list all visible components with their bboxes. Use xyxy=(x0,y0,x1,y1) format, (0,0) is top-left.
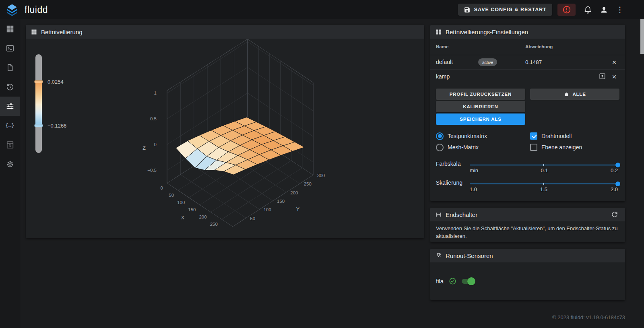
runout-card-header: Runout-Sensoren xyxy=(430,249,625,262)
slider-tick-label: 1.0 xyxy=(470,186,477,192)
svg-text:0.5: 0.5 xyxy=(150,116,157,121)
load-profile-icon xyxy=(599,72,606,80)
svg-text:150: 150 xyxy=(277,199,285,204)
slider-thumb[interactable] xyxy=(615,163,620,167)
slider-tick-label: 1.5 xyxy=(540,186,547,192)
load-profile-button[interactable] xyxy=(599,72,607,81)
sensor-row: fila xyxy=(436,277,475,285)
svg-text:50: 50 xyxy=(169,193,174,198)
save-icon xyxy=(464,6,471,13)
svg-text:200: 200 xyxy=(290,190,298,195)
runout-sensor-icon xyxy=(435,252,442,259)
sidebar-item-tune[interactable] xyxy=(0,97,20,116)
braces-icon: {…} xyxy=(6,123,14,128)
svg-text:250: 250 xyxy=(304,182,312,186)
save-config-restart-button[interactable]: SAVE CONFIG & RESTART xyxy=(458,4,552,16)
svg-text:50: 50 xyxy=(250,216,255,221)
slider-label: Farbskala xyxy=(436,161,460,167)
svg-text:100: 100 xyxy=(177,200,185,205)
bell-icon xyxy=(584,6,592,14)
sidebar-item-history[interactable] xyxy=(0,77,20,97)
bedmesh-card: Bettnivellierung 0.0254 −0.1266 10.50−0.… xyxy=(26,25,424,238)
table-row[interactable]: default active 0.1487 × xyxy=(430,55,625,70)
column-header-name: Name xyxy=(436,44,448,49)
slider-tick xyxy=(543,164,544,166)
scale-slider[interactable] xyxy=(470,181,618,187)
calibrate-button[interactable]: KALIBRIEREN xyxy=(436,101,525,112)
reset-profile-button[interactable]: PROFIL ZURÜCKSETZEN xyxy=(436,89,525,100)
svg-text:250: 250 xyxy=(210,222,218,227)
svg-text:0: 0 xyxy=(161,186,163,190)
profiles-table-header: Name Abweichung xyxy=(430,39,625,55)
sidebar-item-console[interactable] xyxy=(0,39,20,58)
app-title: fluidd xyxy=(25,4,48,15)
svg-text:100: 100 xyxy=(264,207,271,212)
slider-thumb[interactable] xyxy=(615,182,620,186)
checkbox-wireframe[interactable]: Drahtmodell xyxy=(530,131,572,141)
calibrate-label: KALIBRIEREN xyxy=(463,104,498,109)
fluidd-logo-icon xyxy=(5,3,19,17)
settings-card-title: Bettnivellierungs-Einstellungen xyxy=(446,29,528,35)
kebab-icon: ⋮ xyxy=(616,6,624,14)
radio-icon xyxy=(436,144,444,151)
emergency-stop-button[interactable] xyxy=(557,4,576,16)
table-row[interactable]: kamp × xyxy=(430,70,625,83)
status-badge: active xyxy=(478,58,497,66)
bedmesh-plot-area: 0.0254 −0.1266 10.50−0.50501001502002505… xyxy=(26,39,424,238)
save-config-label: SAVE CONFIG & RESTART xyxy=(474,7,547,12)
svg-text:200: 200 xyxy=(199,215,206,219)
profile-name: kamp xyxy=(436,73,450,80)
slider-tick-label: min xyxy=(470,167,478,173)
refresh-endstops-button[interactable] xyxy=(609,209,620,220)
reset-profile-label: PROFIL ZURÜCKSETZEN xyxy=(450,92,512,97)
bedmesh-card-title: Bettnivellierung xyxy=(41,29,83,35)
appbar: fluidd SAVE CONFIG & RESTART ⋮ xyxy=(0,0,644,19)
notifications-button[interactable] xyxy=(580,2,595,17)
profile-name: default xyxy=(436,59,453,65)
home-all-button[interactable]: ALLE xyxy=(530,89,619,100)
overflow-menu-button[interactable]: ⋮ xyxy=(613,2,627,17)
checkbox-show-flat-plane[interactable]: Ebene anzeigen xyxy=(530,142,582,152)
endstops-message: Verwenden Sie die Schaltfläche "Aktualis… xyxy=(430,221,625,244)
scrollbar-thumb[interactable] xyxy=(640,19,644,54)
tune-icon xyxy=(6,102,14,111)
user-button[interactable] xyxy=(597,2,611,17)
runout-sensors-card: Runout-Sensoren fila xyxy=(430,249,625,300)
settings-card-header: Bettnivellierungs-Einstellungen xyxy=(430,25,625,39)
delete-profile-button[interactable]: × xyxy=(609,57,620,68)
sidebar-item-settings[interactable] xyxy=(0,155,20,174)
svg-text:Y: Y xyxy=(296,206,300,212)
grid-icon xyxy=(435,29,442,35)
radio-probed-matrix[interactable]: Testpunktmatrix xyxy=(436,131,487,141)
home-icon xyxy=(564,91,570,97)
radio-label: Mesh-Matrix xyxy=(448,144,479,151)
sidebar-item-dashboard[interactable] xyxy=(0,19,20,39)
save-as-button[interactable]: SPEICHERN ALS xyxy=(436,113,525,125)
save-as-label: SPEICHERN ALS xyxy=(460,117,501,122)
checkbox-icon xyxy=(530,144,537,151)
main-content: Bettnivellierung 0.0254 −0.1266 10.50−0.… xyxy=(20,19,644,328)
sidebar: {…} xyxy=(0,19,20,328)
runout-card-title: Runout-Sensoren xyxy=(446,252,493,259)
sidebar-item-jobs[interactable] xyxy=(0,58,20,77)
endstops-card-header: Endschalter xyxy=(430,208,625,221)
delete-profile-button[interactable]: × xyxy=(609,71,620,83)
sidebar-item-printer[interactable] xyxy=(0,135,20,155)
document-icon xyxy=(6,63,14,72)
slider-tick-label: 2.0 xyxy=(611,186,618,192)
svg-text:300: 300 xyxy=(317,173,325,178)
home-all-label: ALLE xyxy=(572,92,586,97)
svg-text:1: 1 xyxy=(154,91,157,95)
sidebar-item-configure[interactable]: {…} xyxy=(0,116,20,135)
color-scale-slider[interactable] xyxy=(470,162,618,168)
printer-icon xyxy=(6,140,14,149)
slider-tick-label: 0.2 xyxy=(611,167,618,173)
sensor-toggle[interactable] xyxy=(462,277,475,285)
slider-scale-labels: 1.0 1.5 2.0 xyxy=(470,186,618,192)
bedmesh-3d-plot[interactable]: 10.50−0.50501001502002505010015020025030… xyxy=(26,39,424,238)
bedmesh-card-header: Bettnivellierung xyxy=(26,25,424,39)
radio-mesh-matrix[interactable]: Mesh-Matrix xyxy=(436,142,479,152)
person-icon xyxy=(600,6,608,14)
grid-icon xyxy=(31,29,37,35)
history-icon xyxy=(6,83,14,91)
